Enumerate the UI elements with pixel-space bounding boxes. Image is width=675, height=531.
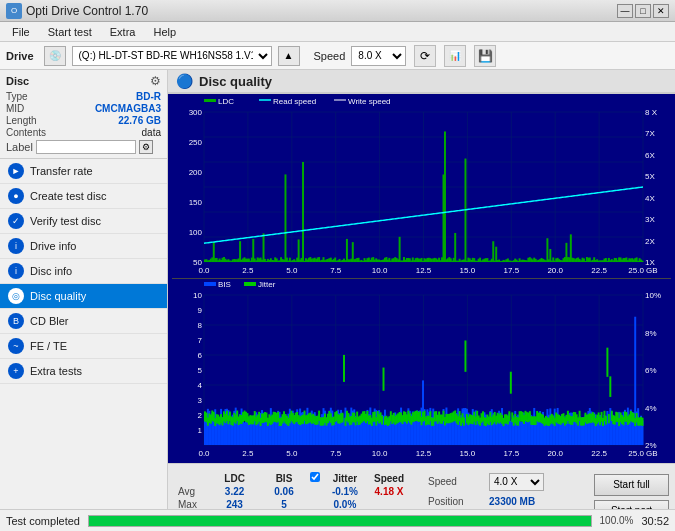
sidebar-item-transfer-rate[interactable]: ► Transfer rate [0,159,167,184]
menu-file[interactable]: File [4,24,38,40]
extra-tests-icon: + [8,363,24,379]
status-time: 30:52 [641,515,669,527]
drive-icon-button[interactable]: 💿 [44,46,66,66]
sidebar-item-disc-info[interactable]: i Disc info [0,259,167,284]
avg-jitter: -0.1% [324,485,366,498]
sidebar-item-disc-quality[interactable]: ◎ Disc quality [0,284,167,309]
drive-info-icon: i [8,238,24,254]
action-icon-2[interactable]: 📊 [444,45,466,67]
disc-quality-icon: ◎ [8,288,24,304]
menu-start-test[interactable]: Start test [40,24,100,40]
menu-extra[interactable]: Extra [102,24,144,40]
sidebar-item-cd-bler[interactable]: B CD Bler [0,309,167,334]
col-speed: Speed [366,472,412,485]
sidebar-item-drive-info[interactable]: i Drive info [0,234,167,259]
upper-chart [172,96,671,279]
disc-section-header: Disc [6,75,29,87]
sidebar-label-fe-te: FE / TE [30,340,67,352]
sidebar-label-disc-info: Disc info [30,265,72,277]
avg-bis: 0.06 [262,485,306,498]
drive-label: Drive [6,50,34,62]
disc-section: Disc ⚙ Type BD-R MID CMCMAGBA3 Length 22… [0,70,167,159]
close-button[interactable]: ✕ [653,4,669,18]
cd-bler-icon: B [8,313,24,329]
sidebar-label-cd-bler: CD Bler [30,315,69,327]
disc-type-value: BD-R [136,91,161,102]
sidebar-label-disc-quality: Disc quality [30,290,86,302]
status-text: Test completed [6,515,80,527]
progress-bar-fill [89,516,591,526]
avg-ldc: 3.22 [207,485,262,498]
disc-contents-value: data [142,127,161,138]
save-button[interactable]: 💾 [474,45,496,67]
col-bis: BIS [262,472,306,485]
main-layout: Disc ⚙ Type BD-R MID CMCMAGBA3 Length 22… [0,70,675,531]
start-full-button[interactable]: Start full [594,474,669,496]
disc-label-icon[interactable]: ⚙ [139,140,153,154]
disc-mid-value: CMCMAGBA3 [95,103,161,114]
progress-percent: 100.0% [600,515,634,526]
avg-speed: 4.18 X [366,485,412,498]
speed-stat-label: Speed [428,476,483,487]
jitter-checkbox[interactable] [310,472,320,482]
sidebar-label-create-test-disc: Create test disc [30,190,106,202]
speed-select[interactable]: 8.0 X [351,46,406,66]
sidebar-label-verify-test-disc: Verify test disc [30,215,101,227]
chart-title-bar: 🔵 Disc quality [168,70,675,94]
right-panel: 🔵 Disc quality LDC BIS Jit [168,70,675,531]
progress-bar-container [88,515,592,527]
disc-type-label: Type [6,91,28,102]
sidebar-item-extra-tests[interactable]: + Extra tests [0,359,167,384]
sidebar-item-verify-test-disc[interactable]: ✓ Verify test disc [0,209,167,234]
fe-te-icon: ~ [8,338,24,354]
minimize-button[interactable]: — [617,4,633,18]
left-panel: Disc ⚙ Type BD-R MID CMCMAGBA3 Length 22… [0,70,168,531]
disc-label-input[interactable] [36,140,136,154]
row-avg-label: Avg [174,485,207,498]
disc-info-icon: i [8,263,24,279]
chart-title-icon: 🔵 [176,73,193,89]
disc-label-label: Label [6,141,33,153]
disc-contents-label: Contents [6,127,46,138]
lower-chart-canvas [172,279,671,461]
disc-mid-label: MID [6,103,24,114]
disc-length-value: 22.76 GB [118,115,161,126]
transfer-rate-icon: ► [8,163,24,179]
menu-help[interactable]: Help [145,24,184,40]
disc-length-label: Length [6,115,37,126]
action-icon-1[interactable]: ⟳ [414,45,436,67]
position-label: Position [428,496,483,507]
eject-button[interactable]: ▲ [278,46,300,66]
menu-bar: File Start test Extra Help [0,22,675,42]
col-ldc: LDC [207,472,262,485]
verify-test-disc-icon: ✓ [8,213,24,229]
chart-title: Disc quality [199,74,272,89]
speed-stat-select[interactable]: 4.0 X [489,473,544,491]
maximize-button[interactable]: □ [635,4,651,18]
window-controls[interactable]: — □ ✕ [617,4,669,18]
drive-select[interactable]: (Q:) HL-DT-ST BD-RE WH16NS58 1.V1 [72,46,272,66]
app-icon: O [6,3,22,19]
sidebar-label-transfer-rate: Transfer rate [30,165,93,177]
speed-label: Speed [314,50,346,62]
title-bar: O Opti Drive Control 1.70 — □ ✕ [0,0,675,22]
sidebar-item-fe-te[interactable]: ~ FE / TE [0,334,167,359]
position-value: 23300 MB [489,496,535,507]
lower-chart [172,279,671,461]
upper-chart-canvas [172,96,671,278]
col-jitter: Jitter [324,472,366,485]
disc-settings-icon[interactable]: ⚙ [150,74,161,88]
sidebar-item-create-test-disc[interactable]: ● Create test disc [0,184,167,209]
app-title: Opti Drive Control 1.70 [26,4,148,18]
create-test-disc-icon: ● [8,188,24,204]
charts-container [168,94,675,463]
status-bar: Test completed 100.0% 30:52 [0,509,675,531]
sidebar-label-extra-tests: Extra tests [30,365,82,377]
sidebar-label-drive-info: Drive info [30,240,76,252]
drive-bar: Drive 💿 (Q:) HL-DT-ST BD-RE WH16NS58 1.V… [0,42,675,70]
